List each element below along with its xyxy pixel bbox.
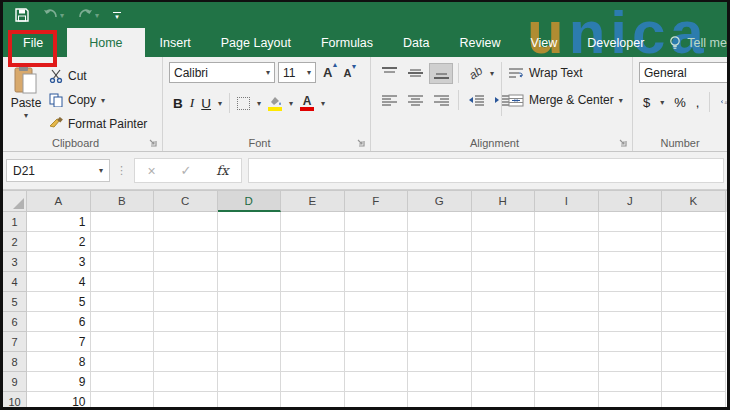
- cell-c6[interactable]: [154, 312, 218, 332]
- cell-j10[interactable]: [599, 392, 663, 410]
- row-header-1[interactable]: 1: [3, 212, 27, 232]
- cell-e5[interactable]: [281, 292, 345, 312]
- cell-c1[interactable]: [154, 212, 218, 232]
- tab-developer[interactable]: Developer: [572, 28, 659, 57]
- paste-caret-icon[interactable]: ▾: [24, 111, 28, 120]
- tab-data[interactable]: Data: [388, 28, 444, 57]
- customize-quick-access-toolbar-button[interactable]: ▾: [113, 12, 121, 19]
- cell-b9[interactable]: [91, 372, 155, 392]
- cell-j1[interactable]: [599, 212, 663, 232]
- cell-b3[interactable]: [91, 252, 155, 272]
- accounting-caret-icon[interactable]: ▾: [660, 98, 664, 107]
- italic-button[interactable]: I: [190, 95, 195, 111]
- fill-color-button[interactable]: [268, 96, 282, 111]
- cell-e2[interactable]: [281, 232, 345, 252]
- cell-j3[interactable]: [599, 252, 663, 272]
- tab-insert[interactable]: Insert: [145, 28, 206, 57]
- cell-k2[interactable]: [662, 232, 726, 252]
- cell-g7[interactable]: [408, 332, 472, 352]
- cell-i6[interactable]: [535, 312, 599, 332]
- cell-c9[interactable]: [154, 372, 218, 392]
- name-box[interactable]: D21 ▾: [6, 159, 110, 182]
- font-dialog-launcher[interactable]: [356, 138, 366, 148]
- borders-button[interactable]: [237, 97, 250, 110]
- cell-b10[interactable]: [91, 392, 155, 410]
- clipboard-dialog-launcher[interactable]: [148, 138, 158, 148]
- cell-i10[interactable]: [535, 392, 599, 410]
- insert-function-button[interactable]: fx: [216, 163, 228, 178]
- cell-k9[interactable]: [662, 372, 726, 392]
- cell-d7[interactable]: [218, 332, 282, 352]
- cell-h7[interactable]: [472, 332, 536, 352]
- column-header-c[interactable]: C: [154, 191, 218, 212]
- cell-i1[interactable]: [535, 212, 599, 232]
- underline-caret-icon[interactable]: ▾: [218, 99, 222, 108]
- cell-d1[interactable]: [218, 212, 282, 232]
- cell-g9[interactable]: [408, 372, 472, 392]
- cell-e8[interactable]: [281, 352, 345, 372]
- cell-f5[interactable]: [345, 292, 409, 312]
- accounting-format-button[interactable]: $: [643, 95, 650, 110]
- cell-d6[interactable]: [218, 312, 282, 332]
- cell-g6[interactable]: [408, 312, 472, 332]
- formula-bar-resize-handle[interactable]: ⋮: [116, 164, 128, 177]
- tab-tell-me-what-you[interactable]: Tell me what you: [659, 28, 730, 57]
- cell-c4[interactable]: [154, 272, 218, 292]
- column-header-i[interactable]: I: [535, 191, 599, 212]
- cell-d3[interactable]: [218, 252, 282, 272]
- column-header-h[interactable]: H: [472, 191, 536, 212]
- row-header-9[interactable]: 9: [3, 372, 27, 392]
- cell-f6[interactable]: [345, 312, 409, 332]
- cell-a4[interactable]: 4: [27, 272, 91, 292]
- cell-g5[interactable]: [408, 292, 472, 312]
- cell-b4[interactable]: [91, 272, 155, 292]
- cell-g3[interactable]: [408, 252, 472, 272]
- center-button[interactable]: [403, 90, 427, 111]
- worksheet-grid[interactable]: 1122334455667788991010: [3, 212, 727, 410]
- cell-h1[interactable]: [472, 212, 536, 232]
- cell-c7[interactable]: [154, 332, 218, 352]
- cell-f1[interactable]: [345, 212, 409, 232]
- align-left-button[interactable]: [377, 90, 401, 111]
- cell-d9[interactable]: [218, 372, 282, 392]
- cell-d8[interactable]: [218, 352, 282, 372]
- cell-h9[interactable]: [472, 372, 536, 392]
- cell-c3[interactable]: [154, 252, 218, 272]
- cell-e3[interactable]: [281, 252, 345, 272]
- cell-a7[interactable]: 7: [27, 332, 91, 352]
- font-size-combo[interactable]: 11 ▾: [278, 62, 316, 83]
- cell-f4[interactable]: [345, 272, 409, 292]
- cell-h4[interactable]: [472, 272, 536, 292]
- cell-j2[interactable]: [599, 232, 663, 252]
- cell-c5[interactable]: [154, 292, 218, 312]
- cell-b2[interactable]: [91, 232, 155, 252]
- top-align-button[interactable]: [377, 63, 401, 84]
- cell-k4[interactable]: [662, 272, 726, 292]
- comma-style-button[interactable]: ,: [696, 95, 700, 110]
- cell-i2[interactable]: [535, 232, 599, 252]
- row-header-5[interactable]: 5: [3, 292, 27, 312]
- column-header-a[interactable]: A: [27, 191, 91, 212]
- cell-f3[interactable]: [345, 252, 409, 272]
- column-header-e[interactable]: E: [281, 191, 345, 212]
- cell-d2[interactable]: [218, 232, 282, 252]
- cell-k3[interactable]: [662, 252, 726, 272]
- column-header-j[interactable]: J: [599, 191, 663, 212]
- cancel-button[interactable]: ×: [147, 163, 155, 179]
- cell-e10[interactable]: [281, 392, 345, 410]
- cell-j4[interactable]: [599, 272, 663, 292]
- select-all-button[interactable]: [3, 191, 27, 212]
- decrease-font-size-button[interactable]: A▼: [339, 67, 355, 79]
- cell-i5[interactable]: [535, 292, 599, 312]
- cell-j7[interactable]: [599, 332, 663, 352]
- bold-button[interactable]: B: [173, 96, 183, 111]
- cell-g8[interactable]: [408, 352, 472, 372]
- cell-d5[interactable]: [218, 292, 282, 312]
- column-header-g[interactable]: G: [408, 191, 472, 212]
- copy-button[interactable]: Copy ▾: [49, 90, 147, 110]
- cell-b5[interactable]: [91, 292, 155, 312]
- cell-k1[interactable]: [662, 212, 726, 232]
- cell-j9[interactable]: [599, 372, 663, 392]
- cell-h8[interactable]: [472, 352, 536, 372]
- cell-a1[interactable]: 1: [27, 212, 91, 232]
